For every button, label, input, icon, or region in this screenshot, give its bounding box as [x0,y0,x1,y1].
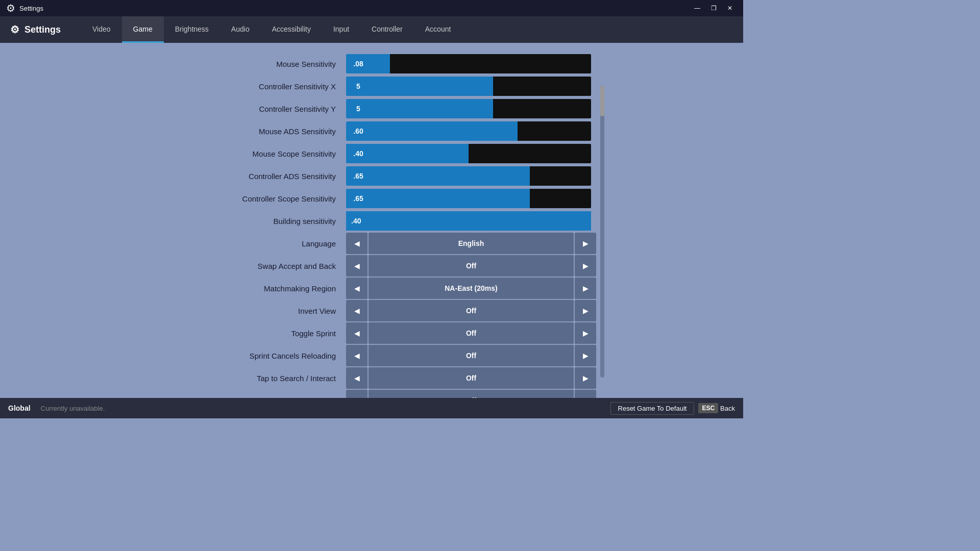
slider-track-3[interactable]: .60 [346,121,591,141]
scrollbar-thumb[interactable] [600,86,604,116]
close-button[interactable]: ✕ [723,3,737,13]
navbar: ⚙ Settings Video Game Brightness Audio A… [0,16,743,43]
back-button[interactable]: ESC Back [698,403,735,413]
slider-control-3: .60 [346,121,596,141]
slider-track-6[interactable]: .65 [346,189,591,208]
selector-control-3: ◀ Off ▶ [346,300,596,321]
tab-brightness[interactable]: Brightness [164,16,220,43]
gear-icon: ⚙ [6,2,15,14]
setting-slider-3: Mouse ADS Sensitivity .60 [142,120,601,142]
slider-value-6: .65 [346,189,371,208]
selector-prev-1[interactable]: ◀ [346,255,368,277]
selector-control-4: ◀ Off ▶ [346,322,596,344]
slider-label-3: Mouse ADS Sensitivity [142,127,346,136]
building-sensitivity-slider[interactable]: .40 [346,211,591,231]
global-label: Global [8,404,31,412]
slider-empty-6 [530,189,591,208]
tab-game[interactable]: Game [122,16,164,43]
selector-container-0: ◀ English ▶ [346,233,596,254]
minimize-button[interactable]: — [690,3,704,13]
slider-track-4[interactable]: .40 [346,144,591,163]
selector-control-1: ◀ Off ▶ [346,255,596,277]
slider-value-2: 5 [346,99,371,118]
slider-label-4: Mouse Scope Sensitivity [142,149,346,158]
slider-track-5[interactable]: .65 [346,166,591,186]
bottom-bar: Global Currently unavailable. Reset Game… [0,398,743,418]
slider-filled-4 [371,144,469,163]
slider-empty-1 [493,77,591,96]
slider-control-1: 5 [346,77,596,96]
selector-next-3[interactable]: ▶ [575,300,596,321]
nav-title: ⚙ Settings [10,23,61,36]
tab-audio[interactable]: Audio [220,16,261,43]
selector-control-0: ◀ English ▶ [346,233,596,254]
nav-tabs: Video Game Brightness Audio Accessibilit… [81,16,462,43]
setting-selector-2: Matchmaking Region ◀ NA-East (20ms) ▶ [142,278,601,299]
setting-slider-6: Controller Scope Sensitivity .65 [142,188,601,209]
slider-empty-5 [530,166,591,186]
building-sensitivity-control: .40 [346,211,596,231]
selector-value-0: English [369,233,574,254]
selector-prev-6[interactable]: ◀ [346,367,368,389]
selector-next-1[interactable]: ▶ [575,255,596,277]
selector-value-6: Off [369,367,574,389]
slider-filled-3 [371,121,518,141]
selector-value-5: Off [369,345,574,366]
selector-label-4: Toggle Sprint [142,329,346,338]
selector-control-5: ◀ Off ▶ [346,345,596,366]
slider-track-0[interactable]: .08 [346,54,591,73]
status-text: Currently unavailable. [41,405,105,412]
maximize-button[interactable]: ❐ [706,3,721,13]
selector-next-2[interactable]: ▶ [575,278,596,299]
setting-slider-5: Controller ADS Sensitivity .65 [142,165,601,187]
nav-gear-icon: ⚙ [10,23,19,36]
slider-label-1: Controller Sensitivity X [142,82,346,91]
slider-control-0: .08 [346,54,596,73]
selector-next-5[interactable]: ▶ [575,345,596,366]
selector-prev-2[interactable]: ◀ [346,278,368,299]
selector-next-6[interactable]: ▶ [575,367,596,389]
slider-filled-0 [371,54,390,73]
selector-prev-5[interactable]: ◀ [346,345,368,366]
slider-control-2: 5 [346,99,596,118]
building-sensitivity-label: Building sensitivity [142,217,346,226]
selector-prev-3[interactable]: ◀ [346,300,368,321]
setting-slider-0: Mouse Sensitivity .08 [142,53,601,74]
selector-next-0[interactable]: ▶ [575,233,596,254]
selector-value-2: NA-East (20ms) [369,278,574,299]
tab-input[interactable]: Input [322,16,360,43]
slider-track-2[interactable]: 5 [346,99,591,118]
selector-container-5: ◀ Off ▶ [346,345,596,366]
selector-control-6: ◀ Off ▶ [346,367,596,389]
slider-filled-1 [371,77,493,96]
slider-filled-5 [371,166,530,186]
reset-button[interactable]: Reset Game To Default [610,402,695,415]
selector-control-2: ◀ NA-East (20ms) ▶ [346,278,596,299]
slider-value-3: .60 [346,121,371,141]
slider-label-6: Controller Scope Sensitivity [142,194,346,203]
setting-selector-3: Invert View ◀ Off ▶ [142,300,601,321]
slider-control-5: .65 [346,166,596,186]
slider-label-5: Controller ADS Sensitivity [142,172,346,181]
selector-label-0: Language [142,239,346,248]
esc-badge: ESC [698,403,718,413]
back-label: Back [720,405,735,412]
tab-video[interactable]: Video [81,16,122,43]
setting-building-sensitivity: Building sensitivity .40 [142,210,601,232]
building-sensitivity-value: .40 [351,217,361,225]
selector-container-6: ◀ Off ▶ [346,367,596,389]
titlebar: ⚙ Settings — ❐ ✕ [0,0,743,16]
bottom-left: Global Currently unavailable. [8,404,105,412]
selector-prev-4[interactable]: ◀ [346,322,368,344]
slider-track-1[interactable]: 5 [346,77,591,96]
tab-accessibility[interactable]: Accessibility [261,16,322,43]
tab-account[interactable]: Account [414,16,462,43]
titlebar-left: ⚙ Settings [6,2,43,14]
selector-prev-0[interactable]: ◀ [346,233,368,254]
settings-panel: Mouse Sensitivity .08 Controller Sensiti… [142,53,601,412]
titlebar-controls: — ❐ ✕ [690,3,737,13]
tab-controller[interactable]: Controller [360,16,414,43]
nav-title-text: Settings [24,24,61,35]
slider-label-0: Mouse Sensitivity [142,60,346,68]
selector-next-4[interactable]: ▶ [575,322,596,344]
